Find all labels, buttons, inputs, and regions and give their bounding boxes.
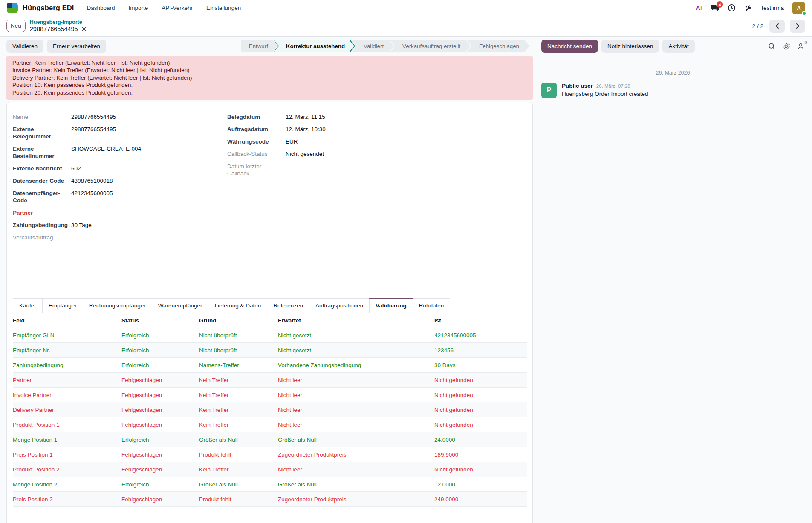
message-date: 26. März 2026 bbox=[656, 70, 690, 76]
cell-erwartet: Vorhandene Zahlungsbedingung bbox=[278, 358, 434, 373]
table-row-produkt-position-1[interactable]: Produkt Position 1FehlgeschlagenKein Tre… bbox=[13, 417, 527, 432]
field-name: Name29887766554495 bbox=[13, 111, 214, 123]
attachments-paperclip-icon[interactable] bbox=[783, 42, 790, 50]
menu-item-api-verkehr[interactable]: API-Verkehr bbox=[162, 5, 193, 11]
table-row-preis-position-2[interactable]: Preis Position 2FehlgeschlagenProdukt fe… bbox=[13, 492, 527, 507]
cell-ist: 12.0000 bbox=[434, 477, 527, 492]
record-settings-gear-icon[interactable] bbox=[81, 26, 87, 32]
pager-next-button[interactable] bbox=[790, 20, 805, 33]
top-navbar: Hüngsberg EDI DashboardImporteAPI-Verkeh… bbox=[0, 0, 812, 16]
tab-rohdaten[interactable]: Rohdaten bbox=[413, 298, 451, 313]
app-brand[interactable]: Hüngsberg EDI bbox=[23, 4, 74, 12]
field-belegdatum: Belegdatum12. März, 11:15 bbox=[227, 111, 428, 123]
table-row-menge-position-2[interactable]: Menge Position 2ErfolgreichGrößer als Nu… bbox=[13, 477, 527, 492]
chatter-message[interactable]: P Public user 26. März, 07:28 Huengsberg… bbox=[541, 83, 804, 98]
cell-status: Fehlgeschlagen bbox=[121, 462, 199, 477]
field-value[interactable]: 12. März, 11:15 bbox=[286, 113, 428, 121]
table-row-empfänger-gln[interactable]: Empfänger GLNErfolgreichNicht überprüftN… bbox=[13, 328, 527, 343]
search-messages-icon[interactable] bbox=[768, 43, 775, 50]
status-state-verkaufsauftrag-erstellt[interactable]: Verkaufsauftrag erstellt bbox=[390, 40, 471, 52]
field-label: Zahlungsbedingung bbox=[13, 221, 66, 229]
table-row-zahlungsbedingung[interactable]: ZahlungsbedingungErfolgreichNamens-Treff… bbox=[13, 358, 527, 373]
aktivität-button[interactable]: Aktivität bbox=[662, 40, 694, 53]
field-label: Name bbox=[13, 113, 66, 121]
tab-lieferung-daten[interactable]: Lieferung & Daten bbox=[208, 298, 267, 313]
tab-referenzen[interactable]: Referenzen bbox=[267, 298, 309, 313]
tab-validierung[interactable]: Validierung bbox=[369, 298, 413, 313]
pager-count: 2 / 2 bbox=[752, 23, 763, 29]
pager-previous-button[interactable] bbox=[769, 20, 785, 33]
user-avatar-initial: A bbox=[797, 5, 801, 11]
field-value[interactable]: 4212345600005 bbox=[71, 190, 214, 204]
main-menu: DashboardImporteAPI-VerkehrEinstellungen bbox=[87, 5, 241, 11]
nachricht-senden-button[interactable]: Nachricht senden bbox=[541, 40, 598, 53]
ai-icon[interactable]: AI bbox=[696, 4, 702, 11]
tab-warenempfänger[interactable]: Warenempfänger bbox=[152, 298, 209, 313]
breadcrumb-parent-link[interactable]: Huengsberg-Importe bbox=[30, 19, 87, 26]
field-value[interactable]: Nicht gesendet bbox=[286, 150, 428, 158]
table-row-preis-position-1[interactable]: Preis Position 1FehlgeschlagenProdukt fe… bbox=[13, 447, 527, 462]
table-row-delivery-partner[interactable]: Delivery PartnerFehlgeschlagenKein Treff… bbox=[13, 402, 527, 417]
field-label: Datensender-Code bbox=[13, 177, 66, 184]
table-row-partner[interactable]: PartnerFehlgeschlagenKein TrefferNicht l… bbox=[13, 373, 527, 388]
field-value[interactable]: EUR bbox=[286, 138, 428, 145]
cell-status: Erfolgreich bbox=[121, 477, 199, 492]
menu-item-importe[interactable]: Importe bbox=[129, 5, 148, 11]
field-group-right: Belegdatum12. März, 11:15Auftragsdatum12… bbox=[227, 111, 428, 244]
messages-badge: 4 bbox=[717, 1, 723, 8]
cell-erwartet: Nicht leer bbox=[278, 388, 434, 402]
field-value[interactable]: 12. März, 10:30 bbox=[286, 126, 428, 133]
field-label: Externe Nachricht bbox=[13, 165, 66, 172]
status-state-korrektur-ausstehend[interactable]: Korrektur ausstehend bbox=[273, 40, 355, 52]
user-avatar[interactable]: A bbox=[792, 2, 805, 14]
tab-rechnungsempfänger[interactable]: Rechnungsempfänger bbox=[83, 298, 152, 313]
field-value[interactable]: 29887766554495 bbox=[71, 113, 214, 121]
chatter-toolbar: Nachricht sendenNotiz hinterlassenAktivi… bbox=[541, 37, 804, 55]
field-value[interactable] bbox=[71, 209, 214, 216]
cell-grund: Kein Treffer bbox=[199, 388, 278, 402]
messages-icon[interactable]: 4 bbox=[711, 4, 719, 12]
field-value[interactable]: 602 bbox=[71, 165, 214, 172]
navbar-right: AI 4 Testfirma A bbox=[696, 2, 805, 14]
status-state-validiert[interactable]: Validiert bbox=[351, 40, 394, 52]
menu-item-dashboard[interactable]: Dashboard bbox=[87, 5, 115, 11]
app-logo-icon[interactable] bbox=[7, 2, 18, 14]
status-state-fehlgeschlagen[interactable]: Fehlgeschlagen bbox=[466, 40, 529, 52]
followers-icon[interactable]: 0 bbox=[797, 43, 804, 50]
table-row-produkt-position-2[interactable]: Produkt Position 2FehlgeschlagenKein Tre… bbox=[13, 462, 527, 477]
new-record-button[interactable]: Neu bbox=[6, 20, 26, 32]
field-value[interactable] bbox=[286, 163, 428, 177]
cell-ist: 189.9000 bbox=[434, 447, 527, 462]
field-value[interactable]: 4398765100018 bbox=[71, 177, 214, 184]
field-value[interactable]: 29887766554495 bbox=[71, 126, 214, 140]
cell-grund: Nicht überprüft bbox=[199, 328, 278, 343]
field-label: Verkaufsauftrag bbox=[13, 234, 66, 241]
table-row-invoice-partner[interactable]: Invoice PartnerFehlgeschlagenKein Treffe… bbox=[13, 388, 527, 402]
tools-icon[interactable] bbox=[744, 4, 752, 12]
tab-käufer[interactable]: Käufer bbox=[13, 298, 43, 313]
field-value[interactable] bbox=[71, 234, 214, 241]
tab-auftragspositionen[interactable]: Auftragspositionen bbox=[309, 298, 370, 313]
cell-status: Fehlgeschlagen bbox=[121, 388, 199, 402]
cell-status: Erfolgreich bbox=[121, 328, 199, 343]
tab-empfänger[interactable]: Empfänger bbox=[42, 298, 83, 313]
erneut-verarbeiten-button[interactable]: Erneut verarbeiten bbox=[47, 40, 106, 53]
field-value[interactable]: 30 Tage bbox=[71, 221, 214, 229]
cell-ist: Nicht gefunden bbox=[434, 462, 527, 477]
status-state-entwurf[interactable]: Entwurf bbox=[241, 40, 277, 52]
breadcrumb-bar: Neu Huengsberg-Importe 29887766554495 bbox=[0, 16, 812, 37]
company-name[interactable]: Testfirma bbox=[760, 5, 784, 11]
statusbar: ValidierenErneut verarbeiten EntwurfKorr… bbox=[6, 37, 533, 55]
cell-status: Fehlgeschlagen bbox=[121, 402, 199, 417]
cell-grund: Kein Treffer bbox=[199, 402, 278, 417]
menu-item-einstellungen[interactable]: Einstellungen bbox=[206, 5, 241, 11]
notiz-hinterlassen-button[interactable]: Notiz hinterlassen bbox=[601, 40, 659, 53]
activities-clock-icon[interactable] bbox=[728, 4, 736, 12]
table-row-menge-position-1[interactable]: Menge Position 1ErfolgreichGrößer als Nu… bbox=[13, 432, 527, 447]
field-value[interactable]: SHOWCASE-CREATE-004 bbox=[71, 145, 214, 160]
validieren-button[interactable]: Validieren bbox=[6, 40, 43, 53]
cell-feld: Produkt Position 2 bbox=[13, 462, 121, 477]
cell-feld: Produkt Position 1 bbox=[13, 417, 121, 432]
table-row-empfänger-nr[interactable]: Empfänger-Nr.ErfolgreichNicht überprüftN… bbox=[13, 343, 527, 358]
cell-erwartet: Zugeordneter Produktpreis bbox=[278, 492, 434, 507]
